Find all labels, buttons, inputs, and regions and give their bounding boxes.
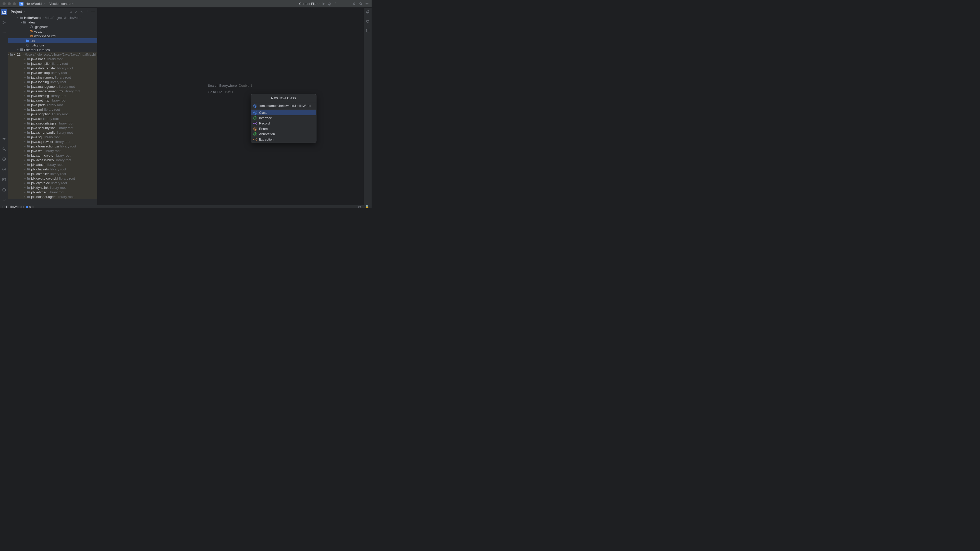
expand-all-icon[interactable]: ⤢ bbox=[75, 10, 78, 14]
tree-external-libraries[interactable]: ▾External Libraries bbox=[8, 48, 97, 52]
lock-icon[interactable]: 🔒 bbox=[365, 205, 369, 208]
right-tool-rail bbox=[363, 8, 372, 205]
tree-lib-jdk-hotspot-agent[interactable]: ▸jdk.hotspot.agentlibrary root bbox=[8, 194, 97, 199]
svg-point-5 bbox=[360, 3, 362, 5]
maximize-window-icon[interactable] bbox=[13, 2, 16, 5]
tree-lib-jdk-attach[interactable]: ▸jdk.attachlibrary root bbox=[8, 162, 97, 167]
tree-lib-java-desktop[interactable]: ▸java.desktoplibrary root bbox=[8, 70, 97, 75]
breadcrumb[interactable]: HelloWorld › src bbox=[3, 205, 33, 208]
tree-lib-java-net-http[interactable]: ▸java.net.httplibrary root bbox=[8, 98, 97, 103]
vcs-dropdown[interactable]: Version control bbox=[49, 2, 74, 6]
tree-gitignore[interactable]: .gitignore bbox=[8, 43, 97, 48]
tree-idea[interactable]: ▾.idea bbox=[8, 20, 97, 24]
tree-lib-jdk-crypto-cryptoki[interactable]: ▸jdk.crypto.cryptokilibrary root bbox=[8, 176, 97, 181]
tree-lib-jdk-charsets[interactable]: ▸jdk.charsetslibrary root bbox=[8, 167, 97, 171]
panel-title: Project bbox=[11, 10, 22, 14]
tree-lib-java-transaction-xa[interactable]: ▸java.transaction.xalibrary root bbox=[8, 144, 97, 148]
tree-lib-jdk-editpad[interactable]: ▸jdk.editpadlibrary root bbox=[8, 190, 97, 194]
terminal-tool-button[interactable] bbox=[1, 176, 7, 183]
tree-lib-jdk-compiler[interactable]: ▸jdk.compilerlibrary root bbox=[8, 171, 97, 176]
run-tool-button[interactable] bbox=[1, 166, 7, 172]
tree-gitignore-idea[interactable]: .gitignore bbox=[8, 24, 97, 29]
project-badge: HW bbox=[19, 2, 24, 6]
tree-lib-java-logging[interactable]: ▸java.logginglibrary root bbox=[8, 79, 97, 84]
tree-workspace-xml[interactable]: workspace.xml bbox=[8, 34, 97, 38]
popup-kind-annotation[interactable]: @Annotation bbox=[251, 131, 316, 137]
tree-root[interactable]: ▾HelloWorld~/IdeaProjects/HelloWorld bbox=[8, 15, 97, 20]
svg-point-6 bbox=[366, 3, 368, 4]
popup-kind-enum[interactable]: EEnum bbox=[251, 126, 316, 131]
code-with-me-icon[interactable] bbox=[353, 2, 357, 6]
problems-tool-button[interactable] bbox=[1, 187, 7, 193]
tree-lib-java-security-jgss[interactable]: ▸java.security.jgsslibrary root bbox=[8, 121, 97, 125]
select-opened-file-icon[interactable]: ⊙ bbox=[69, 10, 72, 14]
tree-lib-java-scripting[interactable]: ▸java.scriptinglibrary root bbox=[8, 112, 97, 116]
tree-lib-java-sql-rowset[interactable]: ▸java.sql.rowsetlibrary root bbox=[8, 139, 97, 144]
structure-tool-button[interactable] bbox=[1, 19, 7, 25]
tree-lib-java-base[interactable]: ▸java.baselibrary root bbox=[8, 57, 97, 61]
close-window-icon[interactable] bbox=[3, 2, 6, 5]
tree-lib-java-security-sasl[interactable]: ▸java.security.sasllibrary root bbox=[8, 125, 97, 130]
svg-point-2 bbox=[336, 3, 336, 4]
tree-lib-java-management-rmi[interactable]: ▸java.management.rmilibrary root bbox=[8, 89, 97, 94]
tree-lib-java-naming[interactable]: ▸java.naminglibrary root bbox=[8, 94, 97, 98]
svg-point-25 bbox=[366, 29, 369, 30]
tree-src[interactable]: src bbox=[8, 38, 97, 43]
more-tool-button[interactable] bbox=[1, 30, 7, 36]
build-tool-button[interactable] bbox=[1, 197, 7, 203]
more-actions-button[interactable] bbox=[334, 2, 338, 6]
indexing-icon[interactable]: ◔ bbox=[358, 205, 361, 208]
svg-rect-23 bbox=[22, 48, 23, 51]
class-name-input[interactable] bbox=[259, 104, 313, 108]
collapse-all-icon[interactable]: ⤡ bbox=[80, 10, 83, 14]
tree-lib-jdk-crypto-ec[interactable]: ▸jdk.crypto.eclibrary root bbox=[8, 181, 97, 185]
tree-lib-java-xml-crypto[interactable]: ▸java.xml.cryptolibrary root bbox=[8, 153, 97, 158]
tree-lib-jdk-dynalink[interactable]: ▸jdk.dynalinklibrary root bbox=[8, 185, 97, 190]
tree-lib-java-datatransfer[interactable]: ▸java.datatransferlibrary root bbox=[8, 66, 97, 70]
popup-kind-class[interactable]: CClass bbox=[251, 110, 316, 115]
record-icon: R bbox=[253, 122, 257, 125]
chevron-down-icon[interactable] bbox=[24, 11, 25, 13]
tree-lib-java-smartcardio[interactable]: ▸java.smartcardiolibrary root bbox=[8, 130, 97, 135]
tree-lib-java-sql[interactable]: ▸java.sqllibrary root bbox=[8, 135, 97, 139]
project-name-label: HelloWorld bbox=[25, 2, 41, 6]
run-config-dropdown[interactable]: Current File bbox=[299, 2, 320, 6]
svg-point-11 bbox=[3, 32, 4, 33]
hint-go-to-file: Go to File ⇧⌘O bbox=[208, 90, 253, 94]
vcs-tool-button[interactable] bbox=[1, 156, 7, 162]
new-java-class-popup: New Java Class C CClassIInterfaceRRecord… bbox=[251, 94, 317, 143]
tree-lib-java-se[interactable]: ▸java.selibrary root bbox=[8, 116, 97, 121]
tree-lib-java-compiler[interactable]: ▸java.compilerlibrary root bbox=[8, 61, 97, 66]
popup-kind-interface[interactable]: IInterface bbox=[251, 115, 316, 121]
svg-point-10 bbox=[3, 32, 3, 33]
settings-icon[interactable] bbox=[365, 2, 369, 6]
find-tool-button[interactable] bbox=[1, 146, 7, 152]
popup-input-row: C bbox=[251, 102, 316, 110]
tree-vcs-xml[interactable]: vcs.xml bbox=[8, 29, 97, 34]
tree-lib-jdk-accessibility[interactable]: ▸jdk.accessibilitylibrary root bbox=[8, 158, 97, 162]
panel-options-icon[interactable]: ⋮ bbox=[86, 10, 89, 14]
tree-lib-java-instrument[interactable]: ▸java.instrumentlibrary root bbox=[8, 75, 97, 79]
tree-lib-java-rmi[interactable]: ▸java.rmilibrary root bbox=[8, 107, 97, 112]
class-icon: C bbox=[253, 104, 257, 108]
tree-jdk[interactable]: ▾< 21 >/Users/helenscott/Library/Java/Ja… bbox=[8, 52, 97, 57]
popup-kind-record[interactable]: RRecord bbox=[251, 121, 316, 126]
run-button[interactable] bbox=[321, 2, 326, 6]
database-icon[interactable] bbox=[366, 29, 370, 33]
notifications-icon[interactable] bbox=[366, 10, 370, 14]
left-tool-rail bbox=[0, 8, 8, 205]
ai-assistant-button[interactable] bbox=[1, 136, 7, 142]
project-dropdown[interactable]: HelloWorld bbox=[25, 2, 45, 6]
search-icon[interactable] bbox=[359, 2, 363, 6]
hide-panel-icon[interactable]: — bbox=[91, 10, 95, 14]
tree-lib-java-prefs[interactable]: ▸java.prefslibrary root bbox=[8, 103, 97, 107]
tree-lib-java-management[interactable]: ▸java.managementlibrary root bbox=[8, 84, 97, 89]
svg-rect-22 bbox=[21, 48, 22, 51]
ai-chat-icon[interactable] bbox=[366, 19, 370, 24]
debug-button[interactable] bbox=[328, 2, 332, 6]
tree-lib-java-xml[interactable]: ▸java.xmllibrary root bbox=[8, 148, 97, 153]
project-tree[interactable]: ▾HelloWorld~/IdeaProjects/HelloWorld▾.id… bbox=[8, 15, 97, 205]
minimize-window-icon[interactable] bbox=[8, 2, 11, 5]
popup-kind-exception[interactable]: !Exception bbox=[251, 137, 316, 142]
project-tool-button[interactable] bbox=[1, 9, 7, 15]
